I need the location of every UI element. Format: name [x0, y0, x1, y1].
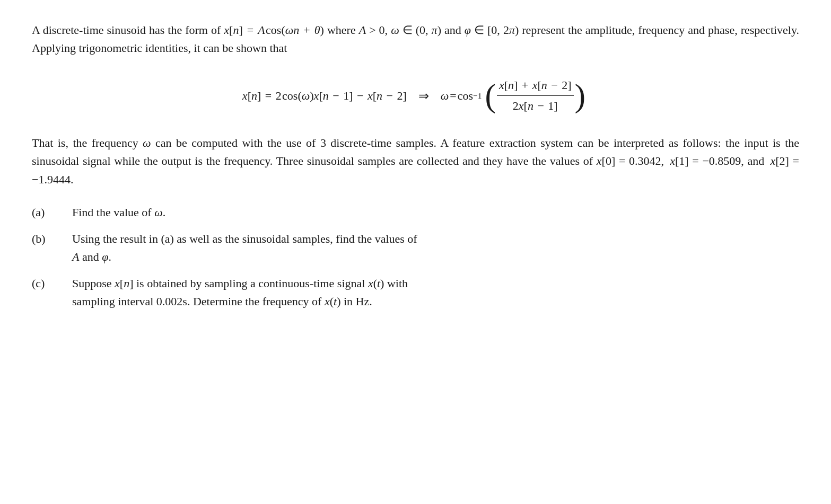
question-a-label: (a)	[32, 204, 57, 222]
question-a: (a) Find the value of ω.	[32, 204, 799, 222]
question-b: (b) Using the result in (a) as well as t…	[32, 230, 799, 266]
equation-lhs: x[n] = 2 cos(ω)x[n − 1] − x[n − 2]	[242, 87, 407, 105]
question-b-text: Using the result in (a) as well as the s…	[72, 230, 799, 266]
intro-text: A discrete-time sinusoid has the form of…	[32, 23, 799, 55]
equation-rhs: ω = cos−1 ( x[n] + x[n − 2] 2x[n	[441, 76, 589, 115]
equation-arrow: ⇒	[418, 86, 429, 106]
explanation-paragraph: That is, the frequency ω can be computed…	[32, 134, 799, 188]
question-c-text: Suppose x[n] is obtained by sampling a c…	[72, 275, 799, 311]
question-b-label: (b)	[32, 230, 57, 248]
equation-fraction: x[n] + x[n − 2] 2x[n − 1]	[497, 76, 574, 115]
intro-paragraph: A discrete-time sinusoid has the form of…	[32, 21, 799, 57]
question-c: (c) Suppose x[n] is obtained by sampling…	[32, 275, 799, 311]
questions-section: (a) Find the value of ω. (b) Using the r…	[32, 204, 799, 311]
main-equation: x[n] = 2 cos(ω)x[n − 1] − x[n − 2] ⇒ ω =…	[32, 76, 799, 115]
question-c-label: (c)	[32, 275, 57, 293]
main-content: A discrete-time sinusoid has the form of…	[32, 21, 799, 311]
explanation-text: That is, the frequency ω can be computed…	[32, 136, 799, 185]
question-a-text: Find the value of ω.	[72, 204, 799, 222]
